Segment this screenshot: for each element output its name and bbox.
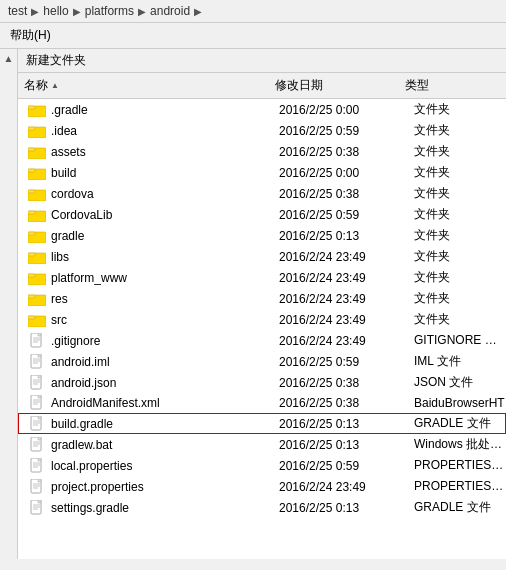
file-date: 2016/2/24 23:49 <box>279 313 414 327</box>
folder-icon <box>27 228 47 244</box>
file-name: .gitignore <box>51 334 279 348</box>
table-row[interactable]: android.iml2016/2/25 0:59IML 文件 <box>18 351 506 372</box>
file-name: .idea <box>51 124 279 138</box>
folder-icon <box>27 165 47 181</box>
breadcrumb-arrow-3: ▶ <box>138 6 146 17</box>
file-list-container: ▲ 新建文件夹 名称 ▲ 修改日期 类型 .gradle2016/2/25 0:… <box>0 49 506 559</box>
table-row[interactable]: res2016/2/24 23:49文件夹 <box>18 288 506 309</box>
svg-rect-11 <box>28 211 35 214</box>
svg-rect-19 <box>28 295 35 298</box>
table-row[interactable]: .gradle2016/2/25 0:00文件夹 <box>18 99 506 120</box>
table-row[interactable]: gradlew.bat2016/2/25 0:13Windows 批处理... <box>18 434 506 455</box>
breadcrumb-item-hello[interactable]: hello <box>43 4 68 18</box>
table-row[interactable]: gradle2016/2/25 0:13文件夹 <box>18 225 506 246</box>
file-date: 2016/2/25 0:13 <box>279 501 414 515</box>
folder-icon <box>27 186 47 202</box>
toolbar: 新建文件夹 <box>18 49 506 73</box>
file-date: 2016/2/24 23:49 <box>279 292 414 306</box>
file-type: 文件夹 <box>414 164 505 181</box>
column-headers: 名称 ▲ 修改日期 类型 <box>18 73 506 99</box>
breadcrumb-arrow-4: ▶ <box>194 6 202 17</box>
table-row[interactable]: src2016/2/24 23:49文件夹 <box>18 309 506 330</box>
file-name: assets <box>51 145 279 159</box>
file-type: 文件夹 <box>414 269 505 286</box>
file-type: GRADLE 文件 <box>414 499 505 516</box>
svg-rect-9 <box>28 190 35 193</box>
svg-rect-15 <box>28 253 35 256</box>
svg-rect-13 <box>28 232 35 235</box>
new-folder-label[interactable]: 新建文件夹 <box>26 53 86 67</box>
file-name: settings.gradle <box>51 501 279 515</box>
breadcrumb-arrow-2: ▶ <box>73 6 81 17</box>
table-row[interactable]: project.properties2016/2/24 23:49PROPERT… <box>18 476 506 497</box>
file-date: 2016/2/25 0:38 <box>279 396 414 410</box>
folder-icon <box>27 312 47 328</box>
table-row[interactable]: assets2016/2/25 0:38文件夹 <box>18 141 506 162</box>
table-row[interactable]: platform_www2016/2/24 23:49文件夹 <box>18 267 506 288</box>
file-date: 2016/2/24 23:49 <box>279 271 414 285</box>
file-name: project.properties <box>51 480 279 494</box>
file-icon <box>27 395 47 411</box>
breadcrumb: test ▶ hello ▶ platforms ▶ android ▶ <box>0 0 506 23</box>
svg-rect-7 <box>28 169 35 172</box>
svg-rect-5 <box>28 148 35 151</box>
file-name: android.iml <box>51 355 279 369</box>
folder-icon <box>27 144 47 160</box>
file-name: cordova <box>51 187 279 201</box>
file-name: gradlew.bat <box>51 438 279 452</box>
table-row[interactable]: android.json2016/2/25 0:38JSON 文件 <box>18 372 506 393</box>
menu-help[interactable]: 帮助(H) <box>6 25 55 46</box>
file-date: 2016/2/25 0:59 <box>279 355 414 369</box>
col-header-date[interactable]: 修改日期 <box>269 75 399 96</box>
file-type: 文件夹 <box>414 206 505 223</box>
table-row[interactable]: local.properties2016/2/25 0:59PROPERTIES… <box>18 455 506 476</box>
breadcrumb-item-platforms[interactable]: platforms <box>85 4 134 18</box>
svg-rect-17 <box>28 274 35 277</box>
table-row[interactable]: settings.gradle2016/2/25 0:13GRADLE 文件 <box>18 497 506 518</box>
folder-icon <box>27 123 47 139</box>
breadcrumb-item-test[interactable]: test <box>8 4 27 18</box>
file-icon <box>27 354 47 370</box>
table-row[interactable]: libs2016/2/24 23:49文件夹 <box>18 246 506 267</box>
table-row[interactable]: cordova2016/2/25 0:38文件夹 <box>18 183 506 204</box>
col-header-type[interactable]: 类型 <box>399 75 506 96</box>
file-name: build.gradle <box>51 417 279 431</box>
table-row[interactable]: AndroidManifest.xml2016/2/25 0:38BaiduBr… <box>18 393 506 413</box>
file-type: GRADLE 文件 <box>414 415 505 432</box>
folder-icon <box>27 270 47 286</box>
breadcrumb-item-android[interactable]: android <box>150 4 190 18</box>
table-row[interactable]: build2016/2/25 0:00文件夹 <box>18 162 506 183</box>
nav-up-arrow[interactable]: ▲ <box>4 53 14 64</box>
main-content[interactable]: 新建文件夹 名称 ▲ 修改日期 类型 .gradle2016/2/25 0:00… <box>18 49 506 559</box>
file-icon <box>27 375 47 391</box>
file-type: 文件夹 <box>414 122 505 139</box>
file-date: 2016/2/25 0:00 <box>279 103 414 117</box>
folder-icon <box>27 102 47 118</box>
file-type: 文件夹 <box>414 227 505 244</box>
file-date: 2016/2/25 0:38 <box>279 376 414 390</box>
left-nav-panel: ▲ <box>0 49 18 559</box>
table-row[interactable]: .idea2016/2/25 0:59文件夹 <box>18 120 506 141</box>
file-date: 2016/2/25 0:00 <box>279 166 414 180</box>
svg-rect-1 <box>28 106 35 109</box>
file-type: PROPERTIES 文件 <box>414 478 505 495</box>
folder-icon <box>27 291 47 307</box>
file-icon <box>27 437 47 453</box>
file-date: 2016/2/25 0:13 <box>279 229 414 243</box>
svg-rect-21 <box>28 316 35 319</box>
file-icon <box>27 333 47 349</box>
file-name: local.properties <box>51 459 279 473</box>
col-header-name[interactable]: 名称 ▲ <box>18 75 269 96</box>
file-date: 2016/2/25 0:13 <box>279 417 414 431</box>
table-row[interactable]: CordovaLib2016/2/25 0:59文件夹 <box>18 204 506 225</box>
file-type: JSON 文件 <box>414 374 505 391</box>
svg-rect-3 <box>28 127 35 130</box>
table-row[interactable]: .gitignore2016/2/24 23:49GITIGNORE 文件 <box>18 330 506 351</box>
file-icon <box>27 416 47 432</box>
file-date: 2016/2/24 23:49 <box>279 250 414 264</box>
file-icon <box>27 500 47 516</box>
file-type: 文件夹 <box>414 101 505 118</box>
file-type: 文件夹 <box>414 311 505 328</box>
table-row[interactable]: build.gradle2016/2/25 0:13GRADLE 文件 <box>18 413 506 434</box>
file-name: CordovaLib <box>51 208 279 222</box>
